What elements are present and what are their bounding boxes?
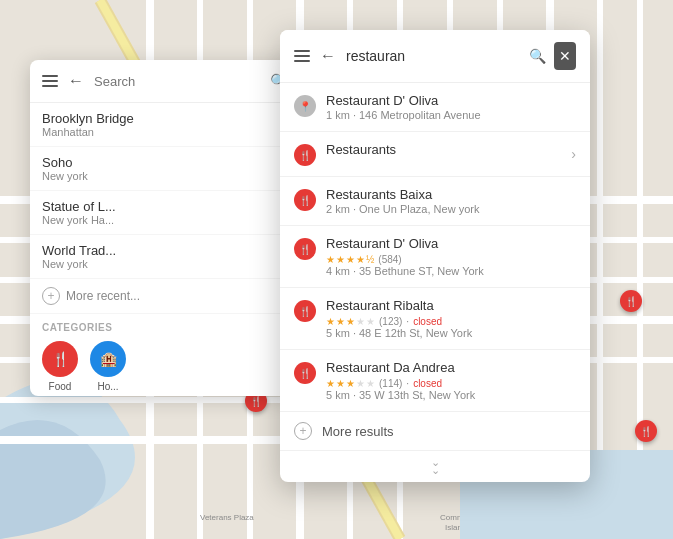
result-name-1: Restaurant D' Oliva [326,93,576,108]
category-hotel[interactable]: 🏨 Ho... [90,341,126,392]
more-recent-label: More recent... [66,289,140,303]
recent-places-list: Brooklyn Bridge Manhattan Soho New york … [30,103,290,279]
result-name-2: Restaurants [326,142,561,157]
more-results-label: More results [322,424,394,439]
result-item-2[interactable]: 🍴 Restaurants › [280,132,590,177]
result-detail-3: 2 km · One Un Plaza, New york [326,203,576,215]
chevron-down-row: ⌄⌄ [280,450,590,482]
restaurant-icon-5: 🍴 [294,300,316,322]
result-address-6: 5 km · 35 W 13th St, New York [326,389,576,401]
stars-4: ★★★★½ [326,254,374,265]
front-back-button[interactable]: ← [318,45,338,67]
restaurant-icon-3: 🍴 [294,189,316,211]
hotel-label: Ho... [97,381,118,392]
stars-6: ★★★★★ [326,378,375,389]
result-name-4: Restaurant D' Oliva [326,236,576,251]
result-name-5: Restaurant Ribalta [326,298,576,313]
rating-count-6: (114) [379,378,402,389]
location-icon-1: 📍 [294,95,316,117]
map-pin-8[interactable]: 🍴 [620,290,642,312]
result-content-4: Restaurant D' Oliva ★★★★½ (584) 4 km · 3… [326,236,576,277]
closed-label-6: closed [413,378,442,389]
svg-text:Veterans Plaza: Veterans Plaza [200,513,254,522]
result-item-4[interactable]: 🍴 Restaurant D' Oliva ★★★★½ (584) 4 km ·… [280,226,590,288]
restaurant-icon-4: 🍴 [294,238,316,260]
hotel-icon: 🏨 [90,341,126,377]
more-results-plus-icon: + [294,422,312,440]
stars-row-6: ★★★★★ (114) · closed [326,378,576,389]
result-content-5: Restaurant Ribalta ★★★★★ (123) · closed … [326,298,576,339]
result-address-5: 5 km · 48 E 12th St, New York [326,327,576,339]
recent-place-item[interactable]: Statue of L... New york Ha... [30,191,290,235]
stars-row-4: ★★★★½ (584) [326,254,576,265]
search-input-small[interactable] [94,74,262,89]
category-food[interactable]: 🍴 Food [42,341,78,392]
result-content-2: Restaurants [326,142,561,157]
restaurant-icon-6: 🍴 [294,362,316,384]
result-item-6[interactable]: 🍴 Restaurant Da Andrea ★★★★★ (114) · clo… [280,350,590,412]
back-search-panel: ← 🔍 Brooklyn Bridge Manhattan Soho New y… [30,60,290,396]
hamburger-menu-icon[interactable] [42,75,58,87]
closed-label-5: closed [413,316,442,327]
back-panel-header: ← 🔍 [30,60,290,103]
chevron-right-icon: › [571,146,576,162]
rating-count-4: (584) [378,254,401,265]
result-name-6: Restaurant Da Andrea [326,360,576,375]
more-results-item[interactable]: + More results [280,412,590,450]
chevron-double-down-icon[interactable]: ⌄⌄ [431,459,440,474]
categories-title: CATEGORIES [42,322,278,333]
categories-row: 🍴 Food 🏨 Ho... [42,341,278,392]
front-panel-header: ← 🔍 ✕ [280,30,590,83]
result-item-3[interactable]: 🍴 Restaurants Baixa 2 km · One Un Plaza,… [280,177,590,226]
result-content-3: Restaurants Baixa 2 km · One Un Plaza, N… [326,187,576,215]
rating-count-5: (123) [379,316,402,327]
result-item-1[interactable]: 📍 Restaurant D' Oliva 1 km · 146 Metropo… [280,83,590,132]
front-search-icon[interactable]: 🔍 [529,48,546,64]
front-hamburger-icon[interactable] [294,50,310,62]
stars-5: ★★★★★ [326,316,375,327]
category-icon-2: 🍴 [294,144,316,166]
search-results-list: 📍 Restaurant D' Oliva 1 km · 146 Metropo… [280,83,590,412]
more-recent-item[interactable]: + More recent... [30,279,290,314]
back-button[interactable]: ← [66,70,86,92]
result-item-5[interactable]: 🍴 Restaurant Ribalta ★★★★★ (123) · close… [280,288,590,350]
result-content-6: Restaurant Da Andrea ★★★★★ (114) · close… [326,360,576,401]
result-name-3: Restaurants Baixa [326,187,576,202]
result-address-4: 4 km · 35 Bethune ST, New York [326,265,576,277]
food-label: Food [49,381,72,392]
recent-place-item[interactable]: World Trad... New york [30,235,290,279]
categories-section: CATEGORIES 🍴 Food 🏨 Ho... [30,314,290,396]
front-search-panel: ← 🔍 ✕ 📍 Restaurant D' Oliva 1 km · 146 M… [280,30,590,482]
stars-row-5: ★★★★★ (123) · closed [326,316,576,327]
map-pin-9[interactable]: 🍴 [635,420,657,442]
food-icon: 🍴 [42,341,78,377]
close-button[interactable]: ✕ [554,42,576,70]
result-content-1: Restaurant D' Oliva 1 km · 146 Metropoli… [326,93,576,121]
recent-place-item[interactable]: Brooklyn Bridge Manhattan [30,103,290,147]
front-search-input[interactable] [346,48,521,64]
plus-circle-icon: + [42,287,60,305]
result-detail-1: 1 km · 146 Metropolitan Avenue [326,109,576,121]
recent-place-item[interactable]: Soho New york [30,147,290,191]
